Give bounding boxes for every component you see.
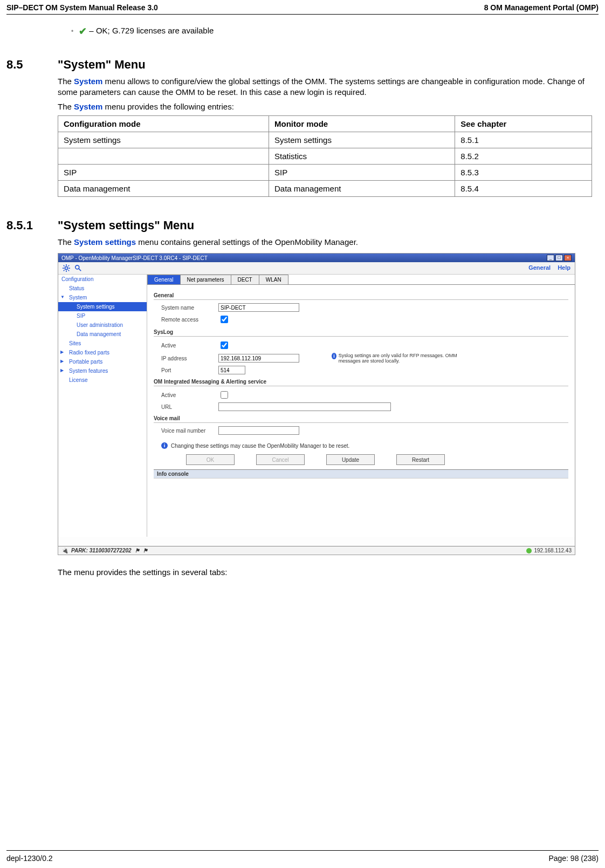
update-button[interactable]: Update [326, 454, 375, 465]
system-menu-table: Configuration mode Monitor mode See chap… [58, 115, 592, 197]
nav-portable[interactable]: Portable parts [58, 357, 147, 366]
sec851-para1: The System settings menu contains genera… [58, 237, 592, 248]
nav-data-mgmt[interactable]: Data management [58, 330, 147, 339]
syslog-note: Syslog settings are only valid for RFP m… [339, 353, 472, 364]
nav-sites[interactable]: Sites [58, 339, 147, 348]
close-icon[interactable]: × [564, 255, 572, 261]
status-flag-icon: ⚑ [143, 548, 148, 553]
checkbox-syslog-active[interactable] [221, 341, 228, 349]
section-number: 8.5.1 [6, 218, 58, 233]
tab-wlan[interactable]: WLAN [259, 275, 288, 284]
th-chapter: See chapter [455, 115, 592, 132]
section-8-5-heading: 8.5"System" Menu [58, 58, 592, 72]
gear-icon[interactable] [63, 264, 70, 272]
section-title-text: "System" Menu [58, 58, 146, 71]
sec85-para1: The System menu allows to configure/view… [58, 76, 592, 98]
info-console: Info console [154, 469, 568, 505]
status-bar: 🔌 PARK: 31100307272202 ⚑ ⚑ 192.168.112.4… [58, 546, 575, 555]
status-flag-icon: ⚑ [135, 548, 140, 553]
label-system-name: System name [154, 305, 218, 311]
bullet-dot: • [71, 28, 73, 35]
label-omima-active: Active [154, 392, 218, 398]
status-ip: 192.168.112.43 [534, 548, 572, 553]
nav-license[interactable]: License [58, 375, 147, 385]
ok-button[interactable]: OK [186, 454, 235, 465]
checkbox-omima-active[interactable] [221, 391, 228, 399]
table-row: SIP SIP 8.5.3 [58, 164, 592, 180]
status-park: PARK: 31100307272202 [71, 548, 132, 553]
bullet-text: – OK; G.729 licenses are available [87, 26, 214, 35]
input-vm-number[interactable] [218, 426, 299, 435]
footer-left: depl-1230/0.2 [6, 854, 53, 863]
window-title: OMP - OpenMobility ManagerSIP-DECT 3.0RC… [61, 255, 208, 261]
tab-net-parameters[interactable]: Net parameters [180, 275, 231, 284]
table-row: System settings System settings 8.5.1 [58, 132, 592, 148]
omp-screenshot: OMP - OpenMobility ManagerSIP-DECT 3.0RC… [58, 253, 575, 555]
nav-sidebar: Configuration Status System System setti… [58, 275, 147, 537]
nav-status[interactable]: Status [58, 284, 147, 293]
nav-system-settings[interactable]: System settings [58, 302, 147, 311]
tab-dect[interactable]: DECT [231, 275, 259, 284]
page-footer: depl-1230/0.2 Page: 98 (238) [6, 850, 599, 863]
footer-right: Page: 98 (238) [548, 854, 599, 863]
toolbar-link-general[interactable]: General [528, 264, 551, 271]
plug-icon: 🔌 [61, 548, 68, 553]
svg-point-1 [75, 265, 79, 269]
table-row: Data management Data management 8.5.4 [58, 180, 592, 196]
minimize-icon[interactable]: _ [547, 255, 554, 261]
nav-user-admin[interactable]: User administration [58, 320, 147, 330]
restart-button[interactable]: Restart [396, 454, 445, 465]
nav-radio[interactable]: Radio fixed parts [58, 348, 147, 357]
input-port[interactable] [218, 366, 245, 374]
nav-sip[interactable]: SIP [58, 311, 147, 320]
input-url[interactable] [218, 402, 391, 411]
sec85-para2: The System menu provides the following e… [58, 101, 592, 112]
nav-features[interactable]: System features [58, 366, 147, 375]
label-url: URL [154, 404, 218, 410]
section-8-5-1-heading: 8.5.1"System settings" Menu [58, 218, 592, 233]
window-titlebar: OMP - OpenMobility ManagerSIP-DECT 3.0RC… [58, 254, 575, 262]
th-monitor: Monitor mode [269, 115, 455, 132]
app-toolbar: General Help [58, 262, 575, 275]
nav-system[interactable]: System [58, 293, 147, 302]
sec851-after: The menu provides the settings in severa… [58, 567, 592, 578]
nav-configuration[interactable]: Configuration [58, 275, 147, 284]
reset-warning: Changing these settings may cause the Op… [171, 443, 349, 449]
label-vm-number: Voice mail number [154, 428, 218, 434]
page-header: SIP–DECT OM System Manual Release 3.0 8 … [6, 0, 599, 15]
group-syslog: SysLog [154, 329, 568, 337]
info-icon: i [332, 353, 336, 359]
maximize-icon[interactable]: □ [555, 255, 563, 261]
label-remote-access: Remote access [154, 317, 218, 323]
tab-bar: General Net parameters DECT WLAN [147, 275, 575, 285]
info-icon: i [161, 442, 168, 449]
checkbox-remote-access[interactable] [221, 316, 228, 323]
tab-general[interactable]: General [147, 275, 181, 284]
info-console-title: Info console [154, 470, 568, 478]
header-right: 8 OM Management Portal (OMP) [484, 3, 599, 12]
header-left: SIP–DECT OM System Manual Release 3.0 [6, 3, 158, 12]
label-port: Port [154, 367, 218, 373]
info-console-body [154, 478, 568, 505]
search-icon[interactable] [74, 264, 82, 272]
svg-line-2 [79, 269, 81, 271]
bullet-item: • ✔ – OK; G.729 licenses are available [71, 24, 592, 36]
input-ip[interactable] [218, 354, 299, 363]
label-syslog-active: Active [154, 343, 218, 348]
group-general: General [154, 292, 568, 300]
section-title-text: "System settings" Menu [58, 218, 194, 232]
cancel-button[interactable]: Cancel [256, 454, 305, 465]
connected-icon [526, 548, 532, 553]
toolbar-link-help[interactable]: Help [558, 264, 570, 271]
svg-point-0 [65, 266, 67, 269]
th-config: Configuration mode [58, 115, 269, 132]
group-omima: OM Integrated Messaging & Alerting servi… [154, 379, 568, 386]
input-system-name[interactable] [218, 303, 299, 312]
group-voicemail: Voice mail [154, 415, 568, 423]
label-ip: IP address [154, 356, 218, 361]
table-row: Statistics 8.5.2 [58, 148, 592, 164]
check-icon: ✔ [79, 25, 87, 37]
section-number: 8.5 [6, 58, 58, 72]
